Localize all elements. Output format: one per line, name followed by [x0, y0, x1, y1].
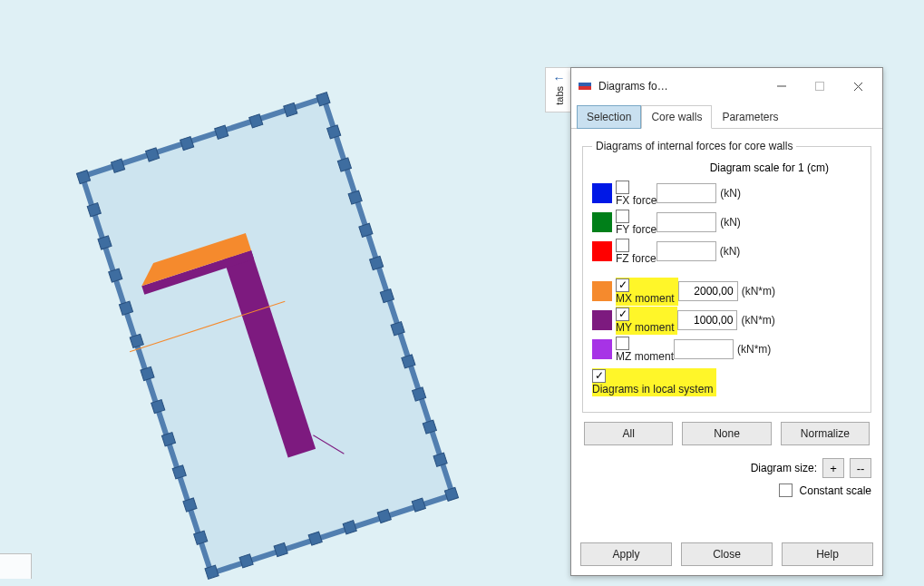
label-wrap-mz: MZ moment [616, 337, 674, 363]
checkbox-fx[interactable] [616, 181, 629, 194]
normalize-button-label: Normalize [801, 427, 850, 440]
label-fx: FX force [616, 194, 657, 207]
row-local-system: Diagrams in local system [592, 368, 861, 396]
minus-icon: -- [857, 462, 865, 475]
minimize-icon [777, 82, 786, 91]
checkbox-fy[interactable] [616, 210, 629, 223]
svg-marker-42 [579, 86, 591, 90]
unit-fx: (kN) [720, 187, 758, 200]
label-wrap-mx: MX moment [616, 278, 678, 306]
none-button[interactable]: None [682, 422, 771, 445]
unit-fy: (kN) [720, 216, 758, 229]
row-constant-scale: Constant scale [582, 483, 871, 497]
checkbox-mx[interactable] [616, 278, 629, 292]
tabs: Selection Core walls Parameters [571, 104, 882, 129]
core-walls-panel: Diagrams of internal forces for core wal… [571, 129, 882, 535]
label-fy: FY force [616, 223, 657, 236]
frame-fragment [0, 553, 32, 579]
checkbox-constant-scale[interactable] [779, 483, 793, 497]
forces-group: Diagrams of internal forces for core wal… [582, 140, 871, 413]
label-mz: MZ moment [616, 350, 674, 363]
app-icon [577, 78, 593, 94]
checkbox-my[interactable] [616, 308, 629, 321]
diagram-size-row: Diagram size: + -- [582, 458, 871, 478]
close-dialog-button[interactable]: Close [681, 542, 773, 566]
diagram-size-plus-button[interactable]: + [822, 458, 844, 478]
svg-rect-41 [579, 83, 591, 86]
scale-input-my[interactable] [677, 310, 737, 330]
tab-core-walls[interactable]: Core walls [641, 105, 712, 129]
label-my: MY moment [616, 321, 674, 334]
label-fz: FZ force [616, 252, 657, 265]
checkbox-local-system[interactable] [592, 369, 606, 383]
close-dialog-button-label: Close [713, 548, 741, 561]
scale-input-fz[interactable] [657, 241, 716, 261]
close-button[interactable] [839, 73, 877, 99]
close-icon [853, 82, 863, 92]
unit-my: (kN*m) [741, 314, 779, 327]
normalize-button[interactable]: Normalize [781, 422, 870, 445]
scale-input-fy[interactable] [657, 212, 716, 232]
tab-parameters[interactable]: Parameters [712, 105, 788, 129]
row-mx: MX moment(kN*m) [592, 278, 861, 305]
scale-header: Diagram scale for 1 (cm) [592, 161, 861, 174]
tabs-handle-label: tabs [554, 86, 565, 105]
color-swatch-fz [592, 241, 612, 261]
checkbox-fz[interactable] [616, 239, 629, 252]
tab-core-walls-label: Core walls [651, 111, 702, 123]
tab-selection-label: Selection [587, 111, 631, 123]
row-fz: FZ force(kN) [592, 238, 861, 265]
scale-input-mz[interactable] [674, 339, 734, 359]
label-mx: MX moment [616, 292, 675, 305]
selection-buttons: All None Normalize [582, 422, 871, 445]
unit-fz: (kN) [720, 245, 758, 258]
diagram-size-minus-button[interactable]: -- [850, 458, 871, 478]
apply-button-label: Apply [612, 548, 639, 561]
tab-parameters-label: Parameters [722, 111, 778, 123]
plus-icon: + [830, 462, 837, 475]
tabs-panel-handle[interactable]: ← tabs [545, 67, 572, 112]
unit-mz: (kN*m) [737, 343, 775, 356]
label-wrap-fx: FX force [616, 181, 657, 207]
diagram-size-label: Diagram size: [751, 462, 817, 474]
maximize-icon [815, 82, 824, 91]
row-fy: FY force(kN) [592, 209, 861, 236]
help-button[interactable]: Help [782, 542, 873, 566]
all-button-label: All [622, 427, 634, 440]
row-my: MY moment(kN*m) [592, 307, 861, 334]
arrow-left-icon: ← [553, 72, 566, 84]
dialog-title: Diagrams fo… [598, 80, 668, 93]
svg-rect-44 [816, 83, 824, 91]
scale-input-fx[interactable] [657, 183, 716, 203]
color-swatch-my [592, 310, 612, 330]
row-mz: MZ moment(kN*m) [592, 336, 861, 363]
color-swatch-fy [592, 212, 612, 232]
label-local-system: Diagrams in local system [592, 383, 713, 396]
color-swatch-mz [592, 339, 612, 359]
label-wrap-my: MY moment [616, 307, 677, 335]
maximize-button[interactable] [801, 73, 839, 99]
label-wrap-fz: FZ force [616, 239, 657, 265]
minimize-button[interactable] [763, 73, 801, 99]
apply-button[interactable]: Apply [580, 542, 672, 566]
footer-buttons: Apply Close Help [571, 535, 882, 575]
help-button-label: Help [816, 548, 839, 561]
none-button-label: None [714, 427, 740, 440]
color-swatch-mx [592, 281, 612, 301]
group-title: Diagrams of internal forces for core wal… [592, 140, 796, 152]
titlebar[interactable]: Diagrams fo… [571, 68, 882, 104]
row-fx: FX force(kN) [592, 180, 861, 207]
all-button[interactable]: All [584, 422, 673, 445]
tab-selection[interactable]: Selection [577, 105, 641, 129]
color-swatch-fx [592, 183, 612, 203]
checkbox-mz[interactable] [616, 337, 629, 350]
label-constant-scale: Constant scale [800, 484, 871, 497]
scale-input-mx[interactable] [678, 281, 738, 301]
label-wrap-fy: FY force [616, 210, 657, 236]
diagrams-dialog: Diagrams fo… Selection Core walls Parame… [570, 67, 883, 576]
unit-mx: (kN*m) [742, 285, 780, 298]
